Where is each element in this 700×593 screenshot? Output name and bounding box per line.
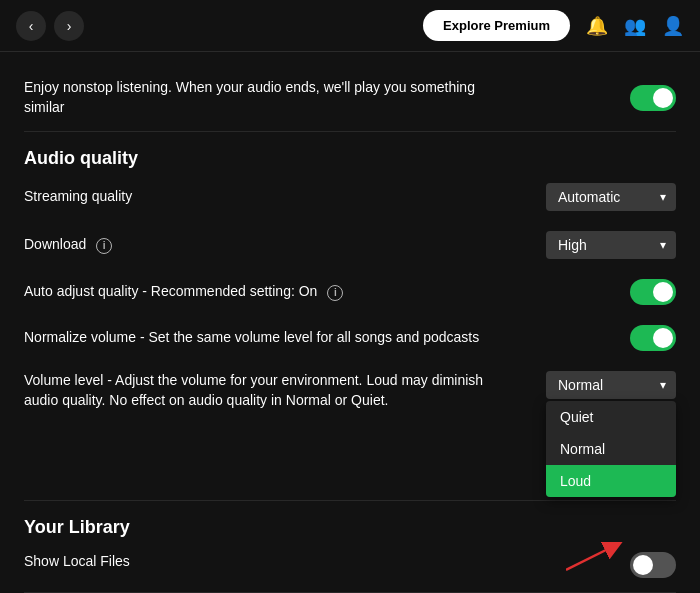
normalize-label: Normalize volume - Set the same volume l… [24, 328, 504, 348]
volume-option-normal[interactable]: Normal [546, 433, 676, 465]
bell-icon[interactable]: 🔔 [586, 15, 608, 37]
volume-selected-value: Normal [558, 377, 603, 393]
normalize-toggle-track[interactable] [630, 325, 676, 351]
autoplay-toggle[interactable] [630, 85, 676, 111]
auto-adjust-label: Auto adjust quality - Recommended settin… [24, 282, 504, 302]
nav-back-button[interactable]: ‹ [16, 11, 46, 41]
auto-adjust-toggle-thumb [653, 282, 673, 302]
nav-forward-button[interactable]: › [54, 11, 84, 41]
streaming-quality-dropdown-wrapper: Automatic Low Normal High Very High [546, 183, 676, 211]
svg-line-1 [566, 546, 614, 570]
download-row: Download i Low Normal High Very High [24, 221, 676, 269]
autoplay-toggle-thumb [653, 88, 673, 108]
download-label: Download i [24, 235, 504, 255]
volume-level-row: Volume level - Adjust the volume for you… [24, 361, 676, 420]
download-info-icon[interactable]: i [96, 238, 112, 254]
your-library-section-title: Your Library [24, 517, 676, 538]
explore-premium-button[interactable]: Explore Premium [423, 10, 570, 41]
header: ‹ › Explore Premium 🔔 👥 👤 [0, 0, 700, 52]
volume-level-dropdown-button[interactable]: Normal [546, 371, 676, 399]
local-files-toggle[interactable] [630, 552, 676, 578]
main-content: Enjoy nonstop listening. When your audio… [0, 52, 700, 593]
user-icon[interactable]: 👤 [662, 15, 684, 37]
normalize-row: Normalize volume - Set the same volume l… [24, 315, 676, 361]
download-dropdown-wrapper: Low Normal High Very High [546, 231, 676, 259]
local-files-toggle-track[interactable] [630, 552, 676, 578]
friends-icon[interactable]: 👥 [624, 15, 646, 37]
audio-quality-section-title: Audio quality [24, 148, 676, 169]
auto-adjust-row: Auto adjust quality - Recommended settin… [24, 269, 676, 315]
volume-level-label: Volume level - Adjust the volume for you… [24, 371, 504, 410]
streaming-quality-dropdown[interactable]: Automatic Low Normal High Very High [546, 183, 676, 211]
streaming-quality-label: Streaming quality [24, 187, 504, 207]
streaming-quality-row: Streaming quality Automatic Low Normal H… [24, 173, 676, 221]
volume-option-quiet[interactable]: Quiet [546, 401, 676, 433]
nav-buttons: ‹ › [16, 11, 84, 41]
header-right: Explore Premium 🔔 👥 👤 [423, 10, 684, 41]
volume-dropdown-menu: Quiet Normal Loud [546, 401, 676, 497]
normalize-toggle[interactable] [630, 325, 676, 351]
red-arrow-indicator [566, 542, 626, 572]
volume-level-dropdown-container: Normal Quiet Normal Loud [546, 371, 676, 399]
autoplay-row: Enjoy nonstop listening. When your audio… [24, 68, 676, 127]
local-files-toggle-thumb [633, 555, 653, 575]
local-files-label: Show Local Files [24, 552, 504, 572]
autoplay-label: Enjoy nonstop listening. When your audio… [24, 78, 504, 117]
local-files-row: Show Local Files [24, 542, 676, 588]
auto-adjust-toggle[interactable] [630, 279, 676, 305]
autoplay-toggle-track[interactable] [630, 85, 676, 111]
download-dropdown[interactable]: Low Normal High Very High [546, 231, 676, 259]
auto-adjust-info-icon[interactable]: i [327, 285, 343, 301]
volume-option-loud[interactable]: Loud [546, 465, 676, 497]
normalize-toggle-thumb [653, 328, 673, 348]
auto-adjust-toggle-track[interactable] [630, 279, 676, 305]
local-files-right [630, 552, 676, 578]
